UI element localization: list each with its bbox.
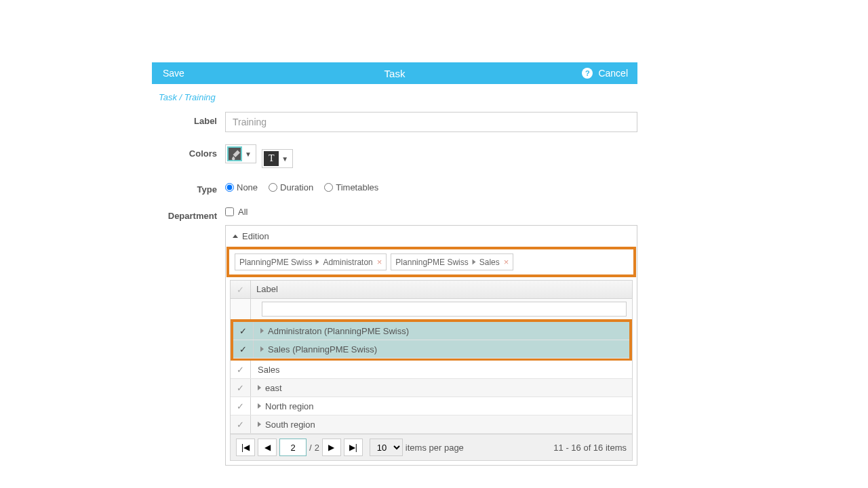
department-picker: Edition PlanningPME SwissAdministraton ×…: [225, 225, 637, 466]
table-row[interactable]: ✓ South region: [231, 415, 632, 434]
text-color-picker[interactable]: T ▼: [262, 149, 293, 168]
tag: PlanningPME SwissSales ×: [391, 253, 513, 270]
save-button[interactable]: Save: [152, 68, 195, 79]
expand-icon[interactable]: [260, 346, 264, 352]
label-filter-input[interactable]: [262, 302, 627, 317]
table-row[interactable]: ✓ Sales: [231, 361, 632, 379]
caret-up-icon: [233, 235, 238, 238]
fill-color-picker[interactable]: ▼: [225, 144, 256, 163]
remove-tag-icon[interactable]: ×: [377, 257, 382, 267]
expand-icon[interactable]: [258, 403, 261, 409]
table-row[interactable]: ✓ Sales (PlanningPME Swiss): [233, 340, 629, 359]
total-pages: 2: [315, 443, 319, 453]
selected-rows-highlight: ✓ Administraton (PlanningPME Swiss) ✓ Sa…: [231, 319, 632, 361]
separator-icon: [316, 260, 319, 265]
label-label: Label: [152, 112, 225, 132]
row-label: Label: [152, 112, 637, 132]
radio-duration[interactable]: Duration: [269, 182, 313, 192]
expand-icon[interactable]: [258, 385, 261, 390]
help-icon[interactable]: ?: [582, 68, 593, 79]
radio-none[interactable]: None: [225, 182, 258, 192]
pager: |◀ ◀ / 2 ▶ ▶| 10 items per page 11 - 16 …: [231, 434, 632, 460]
label-colors: Colors: [152, 144, 225, 168]
table-row[interactable]: ✓ Administraton (PlanningPME Swiss): [233, 322, 629, 340]
task-dialog: Save Task ? Cancel Task / Training Label…: [152, 62, 637, 478]
pager-status: 11 - 16 of 16 items: [553, 443, 627, 453]
next-page-button[interactable]: ▶: [322, 439, 341, 456]
row-type: Type None Duration Timetables: [152, 180, 637, 195]
text-color-swatch: T: [264, 151, 279, 166]
column-header-label[interactable]: Label: [251, 281, 632, 298]
all-checkbox[interactable]: [225, 207, 234, 216]
filter-row: [231, 299, 632, 320]
expand-icon[interactable]: [258, 422, 261, 427]
row-colors: Colors ▼ T ▼: [152, 144, 637, 168]
select-all-checkbox[interactable]: ✓: [231, 281, 251, 298]
expand-icon[interactable]: [260, 328, 264, 333]
per-page-label: items per page: [406, 443, 464, 453]
page-size-select[interactable]: 10: [370, 439, 403, 456]
chevron-down-icon: ▼: [242, 150, 254, 158]
selected-tags: PlanningPME SwissAdministraton × Plannin…: [226, 247, 636, 277]
table-row[interactable]: ✓ North region: [231, 397, 632, 415]
page-input[interactable]: [279, 439, 307, 456]
all-label: All: [238, 207, 248, 217]
titlebar: Save Task ? Cancel: [152, 62, 637, 84]
grid-header: ✓ Label: [231, 281, 632, 299]
label-input[interactable]: [225, 112, 637, 132]
separator-icon: [472, 260, 475, 265]
label-department: Department: [152, 207, 225, 466]
table-row[interactable]: ✓ east: [231, 379, 632, 397]
cancel-label: Cancel: [598, 68, 628, 79]
radio-timetables[interactable]: Timetables: [324, 182, 378, 192]
label-type: Type: [152, 180, 225, 195]
row-department: Department All Edition PlanningPME Swiss…: [152, 207, 637, 466]
cancel-button[interactable]: ? Cancel: [582, 68, 637, 79]
last-page-button[interactable]: ▶|: [344, 439, 363, 456]
remove-tag-icon[interactable]: ×: [504, 257, 509, 267]
prev-page-button[interactable]: ◀: [258, 439, 277, 456]
section-label: Edition: [242, 231, 269, 241]
department-grid: ✓ Label ✓ Administraton (PlanningPME Swi…: [230, 280, 633, 461]
tag: PlanningPME SwissAdministraton ×: [235, 253, 387, 270]
breadcrumb[interactable]: Task / Training: [152, 84, 637, 112]
section-toggle[interactable]: Edition: [226, 226, 637, 247]
dialog-title: Task: [384, 68, 406, 79]
chevron-down-icon: ▼: [279, 155, 291, 163]
page-separator: /: [309, 443, 312, 453]
first-page-button[interactable]: |◀: [236, 439, 255, 456]
